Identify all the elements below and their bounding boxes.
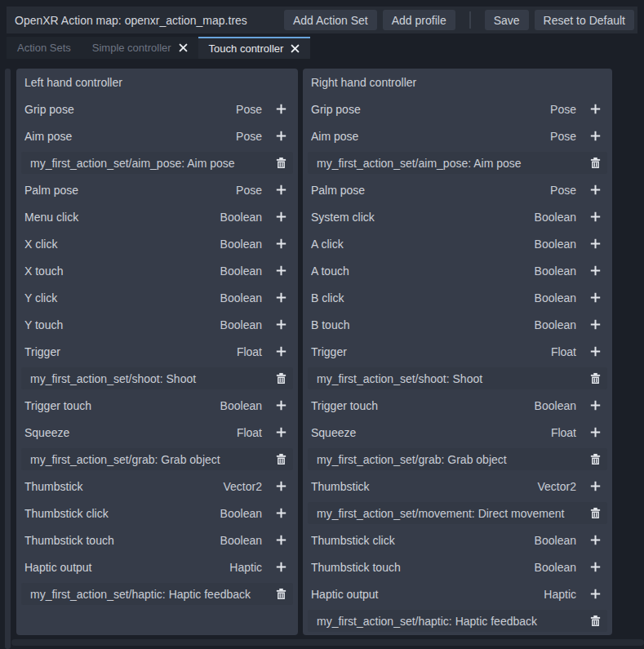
add-binding-button[interactable]	[586, 289, 604, 307]
add-binding-button[interactable]	[272, 208, 290, 226]
add-binding-button[interactable]	[272, 127, 290, 145]
add-binding-button[interactable]	[272, 558, 290, 576]
add-binding-button[interactable]	[272, 316, 290, 334]
trash-icon	[275, 157, 287, 169]
action-label: B touch	[311, 318, 535, 331]
delete-binding-button[interactable]	[272, 370, 290, 388]
add-binding-button[interactable]	[586, 181, 604, 199]
action-type: Boolean	[535, 264, 576, 278]
delete-binding-button[interactable]	[586, 451, 604, 469]
tab-label: Action Sets	[17, 42, 71, 54]
delete-binding-button[interactable]	[586, 612, 604, 630]
delete-binding-button[interactable]	[586, 370, 604, 388]
add-profile-button[interactable]: Add profile	[383, 10, 455, 30]
binding-label: my_first_action_set/shoot: Shoot	[317, 372, 586, 385]
action-row: SqueezeFloat	[303, 419, 612, 446]
close-icon[interactable]	[291, 44, 300, 53]
binding-row: my_first_action_set/grab: Grab object	[16, 446, 298, 473]
plus-icon	[589, 588, 602, 600]
add-binding-button[interactable]	[586, 127, 604, 145]
plus-icon	[275, 399, 287, 411]
binding-row: my_first_action_set/shoot: Shoot	[303, 365, 612, 392]
add-binding-button[interactable]	[586, 100, 604, 118]
add-binding-button[interactable]	[586, 585, 604, 603]
action-label: A touch	[311, 264, 535, 278]
action-type: Float	[551, 426, 576, 439]
action-type: Float	[551, 345, 576, 358]
action-label: System click	[311, 211, 535, 224]
add-binding-button[interactable]	[586, 424, 604, 442]
add-binding-button[interactable]	[272, 289, 290, 307]
tab-touch-controller[interactable]: Touch controller	[198, 37, 311, 59]
close-icon[interactable]	[179, 43, 188, 52]
delete-binding-button[interactable]	[272, 154, 290, 172]
action-label: Thumbstick	[311, 480, 538, 493]
action-label: Thumbstick click	[24, 507, 220, 520]
add-binding-button[interactable]	[272, 478, 290, 496]
action-label: B click	[311, 291, 535, 304]
add-binding-button[interactable]	[272, 397, 290, 415]
action-type: Pose	[236, 103, 262, 116]
action-row: Menu clickBoolean	[16, 203, 298, 230]
reset-to-default-button[interactable]: Reset to Default	[535, 10, 634, 30]
add-binding-button[interactable]	[272, 424, 290, 442]
plus-icon	[589, 264, 602, 277]
action-row: A touchBoolean	[303, 257, 612, 284]
tab-label: Touch controller	[209, 42, 284, 55]
action-label: Thumbstick click	[311, 534, 535, 547]
binding-label: my_first_action_set/grab: Grab object	[317, 453, 586, 466]
horizontal-scrollbar[interactable]	[11, 639, 644, 646]
add-binding-button[interactable]	[272, 262, 290, 280]
tab-action-sets[interactable]: Action Sets	[7, 37, 82, 59]
add-binding-button[interactable]	[272, 531, 290, 549]
trash-icon	[589, 157, 602, 169]
add-binding-button[interactable]	[586, 531, 604, 549]
action-label: Trigger touch	[311, 399, 535, 412]
delete-binding-button[interactable]	[272, 451, 290, 469]
vertical-scrollbar[interactable]	[5, 69, 11, 649]
action-label: Y touch	[24, 318, 220, 331]
action-label: A click	[311, 238, 535, 251]
add-binding-button[interactable]	[586, 262, 604, 280]
plus-icon	[589, 103, 602, 115]
save-button[interactable]: Save	[485, 10, 529, 30]
add-binding-button[interactable]	[586, 316, 604, 334]
add-binding-button[interactable]	[272, 505, 290, 522]
add-binding-button[interactable]	[272, 343, 290, 361]
add-binding-button[interactable]	[586, 343, 604, 361]
action-label: Squeeze	[311, 426, 551, 439]
add-binding-button[interactable]	[272, 100, 290, 118]
header-bar: OpenXR Action map: openxr_action_map.tre…	[7, 7, 637, 33]
action-type: Boolean	[535, 561, 576, 574]
action-label: Haptic output	[24, 561, 229, 574]
add-binding-button[interactable]	[586, 235, 604, 253]
action-row: Trigger touchBoolean	[303, 392, 612, 419]
add-action-set-button[interactable]: Add Action Set	[284, 10, 377, 30]
add-binding-button[interactable]	[272, 181, 290, 199]
action-type: Pose	[236, 130, 262, 143]
panel-rows: Grip posePoseAim posePosemy_first_action…	[303, 96, 612, 634]
delete-binding-button[interactable]	[272, 585, 290, 603]
action-label: Aim pose	[311, 130, 550, 143]
trash-icon	[589, 372, 602, 385]
delete-binding-button[interactable]	[586, 154, 604, 172]
action-row: Thumbstick clickBoolean	[16, 500, 298, 527]
plus-icon	[275, 103, 287, 115]
binding-label: my_first_action_set/aim_pose: Aim pose	[30, 157, 272, 170]
delete-binding-button[interactable]	[586, 505, 604, 522]
add-binding-button[interactable]	[586, 397, 604, 415]
trash-icon	[589, 453, 602, 465]
add-binding-button[interactable]	[586, 558, 604, 576]
add-binding-button[interactable]	[586, 478, 604, 496]
action-row: X touchBoolean	[16, 257, 298, 284]
binding-row: my_first_action_set/aim_pose: Aim pose	[303, 149, 612, 176]
action-row: Palm posePose	[303, 176, 612, 203]
action-row: TriggerFloat	[16, 338, 298, 365]
tab-simple-controller[interactable]: Simple controller	[82, 37, 198, 59]
panel-title: Right hand controller	[311, 76, 604, 89]
add-binding-button[interactable]	[272, 235, 290, 253]
action-label: Trigger	[24, 345, 237, 358]
trash-icon	[275, 372, 287, 385]
action-type: Pose	[550, 130, 576, 143]
add-binding-button[interactable]	[586, 208, 604, 226]
